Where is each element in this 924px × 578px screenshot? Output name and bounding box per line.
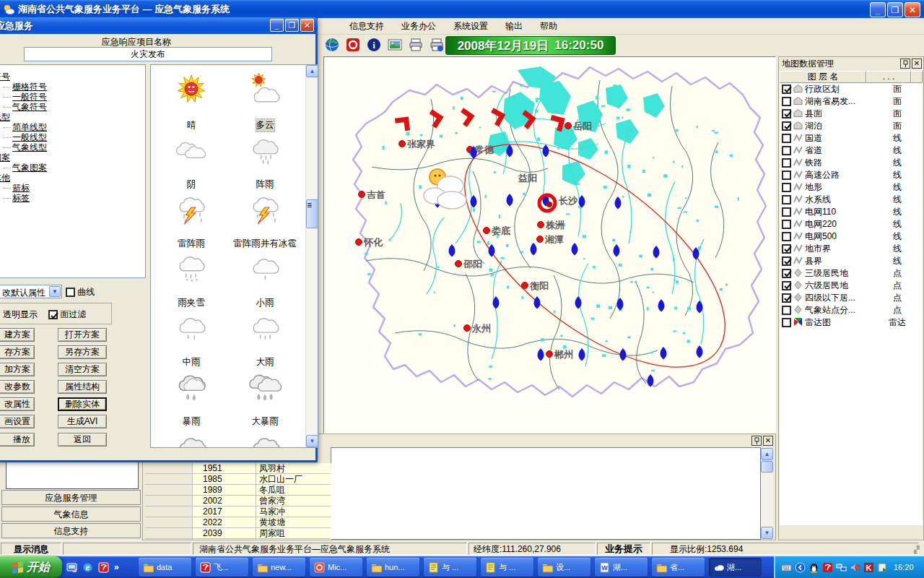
tray-language-icon[interactable] (795, 562, 806, 573)
tree-item-标签[interactable]: 标签 (3, 193, 145, 203)
restore-button[interactable]: ❐ (887, 2, 903, 17)
taskbar-task-飞...[interactable]: 飞... (196, 558, 248, 577)
printer-alt-icon[interactable] (428, 36, 445, 53)
close-button[interactable]: ✕ (905, 2, 920, 17)
sidebar-button-应急服务管理[interactable]: 应急服务管理 (1, 490, 141, 505)
taskbar-task-与 ...[interactable]: 与 ... (424, 558, 476, 577)
button-播放[interactable]: 播放 (0, 433, 35, 447)
button-建方案[interactable]: 建方案 (0, 328, 35, 342)
pin-icon[interactable] (751, 436, 762, 446)
weather-item-大暴雨[interactable]: 大暴雨 (227, 368, 302, 428)
checkbox-unchecked[interactable] (782, 306, 791, 315)
tray-scheduler-icon[interactable] (877, 562, 888, 573)
button-改参数[interactable]: 改参数 (0, 380, 35, 394)
taskbar-task-湖...[interactable]: 湖... (709, 558, 762, 577)
weather-scrollbar[interactable]: ▲ ≡ ▼ (305, 65, 318, 447)
tray-network-icon[interactable] (836, 562, 847, 573)
symbol-tree[interactable]: 符号栅格符号一般符号气象符号线型简单线型一般线型气象线型图案气象图案其他箭标标签 (0, 64, 146, 278)
layer-row-六级居民地[interactable]: 六级居民地点 (780, 280, 923, 292)
internet-explorer-icon[interactable]: e (82, 562, 93, 573)
tray-keyboard-icon[interactable] (781, 562, 792, 573)
checkbox-unchecked[interactable] (782, 232, 791, 241)
weather-item-partial[interactable] (154, 428, 229, 448)
layer-row-电网220[interactable]: 电网220线 (780, 218, 923, 230)
taskbar-task-Mic...[interactable]: Mic... (310, 558, 362, 577)
minimize-button[interactable]: _ (270, 19, 284, 32)
layer-row-行政区划[interactable]: 行政区划面 (780, 83, 923, 95)
close-icon[interactable]: ✕ (763, 436, 773, 446)
table-row[interactable]: 1951凤羽村 (145, 463, 331, 474)
weather-item-大雨[interactable]: 大雨 (227, 309, 302, 368)
menu-item-系统设置[interactable]: 系统设置 (445, 18, 497, 35)
button-删除实体[interactable]: 删除实体 (58, 397, 107, 411)
tree-item-简单线型[interactable]: 简单线型 (3, 122, 145, 132)
checkbox-checked[interactable] (782, 293, 791, 303)
layer-row-地市界[interactable]: 地市界线 (780, 243, 923, 255)
checkbox-checked[interactable] (782, 85, 791, 94)
tree-item-一般符号[interactable]: 一般符号 (3, 92, 145, 102)
button-生成AVI[interactable]: 生成AVI (58, 415, 107, 428)
layer-row-湖泊[interactable]: 湖泊面 (780, 120, 923, 132)
checkbox-checked[interactable] (782, 281, 791, 290)
map-canvas[interactable]: 张家界岳阳常德益阳长沙吉首娄底株洲湘潭怀化邵阳衡阳永州郴州 (323, 56, 776, 434)
tray-kaspersky-icon[interactable]: K (863, 562, 874, 573)
tree-group[interactable]: 图案 (0, 152, 145, 163)
layer-row-水系线[interactable]: 水系线线 (780, 194, 923, 206)
scroll-down-icon[interactable]: ▼ (306, 435, 318, 447)
dialog-titlebar[interactable]: 应急服务 _ ❐ ✕ (0, 17, 318, 34)
default-attr-dropdown[interactable]: 改默认属性 ▼ (0, 285, 62, 298)
checkbox-checked[interactable] (782, 121, 791, 131)
station-table[interactable]: 1951凤羽村1985水口山一厂1989冬瓜咀2002曾家湾2017马家冲202… (145, 463, 331, 540)
column-cut[interactable] (911, 71, 923, 83)
close-button[interactable]: ✕ (300, 19, 314, 32)
weather-item-雷阵雨[interactable]: 雷阵雨 (154, 191, 229, 250)
column-dots[interactable]: . . . (866, 71, 911, 83)
layer-row-县面[interactable]: 县面面 (780, 108, 923, 120)
layer-row-雷达图[interactable]: 雷达图雷达 (780, 316, 923, 329)
show-desktop-icon[interactable] (66, 562, 77, 573)
checkbox-checked[interactable] (782, 244, 791, 254)
tree-group[interactable]: 符号 (0, 72, 145, 82)
layer-row-县界[interactable]: 县界线 (780, 255, 923, 267)
button-返回[interactable]: 返回 (58, 433, 107, 447)
layer-row-地形[interactable]: 地形线 (780, 181, 923, 194)
checkbox-unchecked[interactable] (782, 195, 791, 204)
button-存方案[interactable]: 存方案 (0, 345, 35, 359)
layers-header[interactable]: 图 层 名 . . . (780, 71, 923, 83)
button-加方案[interactable]: 加方案 (0, 363, 35, 376)
checkbox-checked[interactable] (782, 109, 791, 118)
table-row[interactable]: 2002曾家湾 (145, 496, 331, 506)
layer-row-三级居民地[interactable]: 三级居民地点 (780, 267, 923, 280)
checkbox-unchecked[interactable] (782, 146, 791, 155)
checkbox-checked[interactable] (782, 256, 791, 266)
checkbox-unchecked[interactable] (782, 134, 791, 143)
taskbar-task-省...[interactable]: 省... (652, 558, 705, 577)
button-属性结构[interactable]: 属性结构 (58, 380, 107, 394)
face-filter-checkbox[interactable]: 面过滤 (48, 309, 86, 321)
weather-item-雷阵雨并有冰雹[interactable]: 雷阵雨并有冰雹 (227, 191, 302, 250)
layer-row-湖南省易发...[interactable]: 湖南省易发...面 (780, 95, 923, 108)
printer-icon[interactable] (407, 36, 424, 53)
bottom-vertical-scrollbar[interactable]: ▲ ▼ (761, 448, 773, 539)
table-row[interactable]: 2017马家冲 (145, 506, 331, 517)
menu-item-帮助[interactable]: 帮助 (531, 18, 566, 35)
column-layer-name[interactable]: 图 层 名 (780, 71, 866, 83)
weather-item-阴[interactable]: 阴 (154, 131, 229, 191)
tree-item-气象符号[interactable]: 气象符号 (3, 102, 145, 112)
close-icon[interactable]: ✕ (912, 59, 922, 69)
layer-row-电网110[interactable]: 电网110线 (780, 206, 923, 218)
button-画设置[interactable]: 画设置 (0, 415, 35, 428)
tree-item-气象图案[interactable]: 气象图案 (3, 163, 145, 173)
table-row[interactable]: 2022黄坡塘 (145, 517, 331, 528)
checkbox-unchecked[interactable] (782, 171, 791, 180)
stop-zero-icon[interactable] (344, 36, 362, 53)
scroll-down-icon[interactable]: ▼ (761, 527, 773, 539)
tray-qq-icon[interactable] (808, 562, 819, 573)
button-改属性[interactable]: 改属性 (0, 397, 35, 411)
taskbar-task-设...[interactable]: 设... (538, 558, 590, 577)
layer-row-国道[interactable]: 国道线 (780, 132, 923, 144)
scroll-up-icon[interactable]: ▲ (761, 448, 773, 460)
button-另存方案[interactable]: 另存方案 (58, 345, 107, 359)
layer-row-铁路[interactable]: 铁路线 (780, 157, 923, 169)
taskbar-task-湖...[interactable]: W湖... (595, 558, 648, 577)
